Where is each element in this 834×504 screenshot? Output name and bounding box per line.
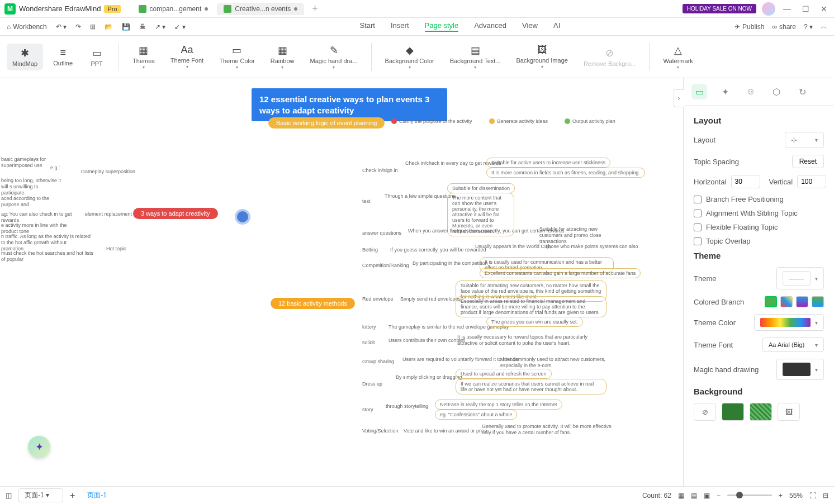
panel-tab-emoji[interactable]: ☺ [743,84,759,99]
remove-bg-button[interactable]: ⊘Remove Backgro... [578,41,642,73]
flexible-floating-checkbox[interactable] [694,224,702,231]
theme-color-button[interactable]: ▭Theme Color▾ [214,41,260,73]
save-button[interactable]: 💾 [122,23,130,31]
map-note[interactable]: Those who make points systems can also [545,244,638,250]
rainbow-button[interactable]: ▦Rainbow▾ [265,41,300,73]
ppt-view-button[interactable]: ▭PPT [83,44,111,70]
collapse-button[interactable]: ⊟ [823,492,828,500]
map-node[interactable]: solicit [362,340,375,345]
layout-dropdown[interactable]: ⊹▾ [785,132,824,148]
share-button[interactable]: ∞ share [772,23,796,31]
add-page-button[interactable]: + [70,491,75,501]
add-tab-button[interactable]: + [306,3,324,15]
menu-advanced[interactable]: Advanced [474,21,506,32]
menu-start[interactable]: Start [360,21,375,32]
map-leaf[interactable]: basic gameplays for superimposed use [1,156,74,169]
map-node[interactable]: Competition/Ranking [362,263,409,268]
map-note[interactable]: The prizes you can win are usually set. [486,317,583,327]
watermark-button[interactable]: △Watermark▾ [657,41,698,73]
help-button[interactable]: ? ▾ [804,23,813,31]
map-leaf[interactable]: ag: You can also check in to get rewards [1,211,74,224]
bg-color-button[interactable]: ◆Background Color▾ [380,41,440,73]
page-dropdown[interactable]: 页面-1 ▾ [18,488,63,502]
reset-spacing-button[interactable]: Reset [792,155,824,168]
map-note[interactable]: NetEase is really the top 1 story teller… [435,400,562,410]
map-node[interactable]: test [362,198,371,204]
panel-tab-icon[interactable]: ⬡ [769,84,784,99]
map-leaf[interactable]: If you guess correctly, you will be rewa… [390,247,486,253]
map-node[interactable]: Red envelope [362,296,394,302]
map-leaf[interactable]: Hot topic [106,246,126,252]
collapse-panel-button[interactable]: › [674,89,684,107]
ai-fab-button[interactable]: ✦ [28,436,50,458]
branch-color-1[interactable] [765,296,777,307]
bg-pattern-button[interactable] [750,403,772,421]
map-note[interactable]: It is usually necessary to reward topics… [457,334,591,346]
map-leaf[interactable]: must check the hot searches and hot list… [1,250,96,263]
zoom-out-button[interactable]: − [717,492,721,500]
branch-color-2[interactable] [780,296,793,307]
workbench-button[interactable]: ⌂ Workbench [7,23,47,31]
export-button[interactable]: ↗ ▾ [155,23,165,31]
print-button[interactable]: 🖶 [139,23,146,31]
undo-button[interactable]: ↶ ▾ [56,23,67,31]
page-tab[interactable]: 页面-1 [82,491,112,500]
import-button[interactable]: ↙ ▾ [174,23,185,31]
map-leaf[interactable]: e.g.: [50,165,60,171]
map-node[interactable]: story [362,407,373,412]
zoom-slider[interactable] [727,495,772,496]
center-node[interactable] [235,209,250,225]
bg-image-button[interactable]: 🖼 [778,403,800,421]
themes-button[interactable]: ▦Themes▾ [127,41,160,73]
vertical-input[interactable] [797,175,826,188]
collapse-ribbon-button[interactable]: ︿ [821,22,827,31]
alignment-sibling-checkbox[interactable] [694,210,702,217]
map-leaf[interactable]: Gameplay superposition [81,169,135,175]
outline-view-button[interactable]: ≡Outline [48,44,78,70]
map-note[interactable]: It is more common in fields such as fitn… [486,168,645,178]
branch-node[interactable]: 3 ways to adapt creativity [133,208,218,219]
menu-insert[interactable]: Insert [391,21,409,32]
map-note[interactable]: Used to spread and refresh the screen [456,369,552,379]
menu-view[interactable]: View [522,21,538,32]
mindmap-canvas[interactable]: 12 essential creative ways to plan event… [0,78,683,486]
map-leaf[interactable]: By participating in the competition [413,260,488,267]
map-note[interactable]: Generally used to promote activity. It w… [482,424,622,436]
redo-button[interactable]: ↷ [75,23,81,31]
theme-dropdown[interactable]: ——▾ [776,267,824,289]
map-note[interactable]: Most commonly used to attract new custom… [500,356,623,369]
map-note[interactable]: Suitable for dissemination [447,183,515,193]
topic-overlap-checkbox[interactable] [694,237,702,245]
menu-ai[interactable]: AI [553,21,560,32]
bg-image-button[interactable]: 🖼Background Image▾ [511,41,574,73]
zoom-in-button[interactable]: + [779,492,783,500]
map-leaf[interactable]: Simply send red envelopes [400,296,461,302]
panel-tab-style[interactable]: ✦ [717,84,733,99]
map-note[interactable]: Excellent contestants can also gain a la… [480,268,641,278]
view-fit-button[interactable]: ▣ [704,492,710,500]
magic-hand-dropdown[interactable]: ▾ [776,359,824,380]
sale-banner[interactable]: HOLIDAY SALE ON NOW [683,4,756,13]
tab-doc-2[interactable]: Creative...n events [217,3,304,15]
map-node[interactable]: Check in/sign in [362,168,398,173]
map-node[interactable]: Betting [362,247,378,253]
tab-doc-1[interactable]: compan...gement [132,3,215,15]
theme-font-dropdown[interactable]: Aa Arial (Big)▾ [762,337,824,352]
map-leaf[interactable]: By simply clicking or dragging [396,374,462,381]
map-node[interactable]: lottery [362,324,376,330]
map-leaf[interactable]: aced according to the purpose and [1,196,63,208]
map-note[interactable]: Especially in areas related to financial… [456,296,606,317]
view-grid-button[interactable]: ▦ [678,492,684,500]
publish-button[interactable]: ✈ Publish [735,23,764,31]
minimize-button[interactable]: — [781,2,793,16]
map-leaf[interactable]: Users contribute their own content [388,337,465,344]
map-node[interactable]: answer questions [362,230,401,236]
close-button[interactable]: ✕ [818,2,830,16]
map-leaf[interactable]: e activity more in line with the product… [1,222,79,235]
map-title[interactable]: 12 essential creative ways to plan event… [252,88,447,121]
bg-text-button[interactable]: ▤Background Text...▾ [444,41,506,73]
map-node[interactable]: Dress up [362,381,382,387]
map-leaf[interactable]: being too long, otherwise it will s unwi… [1,178,63,196]
menu-page-style[interactable]: Page style [425,21,459,32]
new-button[interactable]: ⊞ [90,23,96,31]
